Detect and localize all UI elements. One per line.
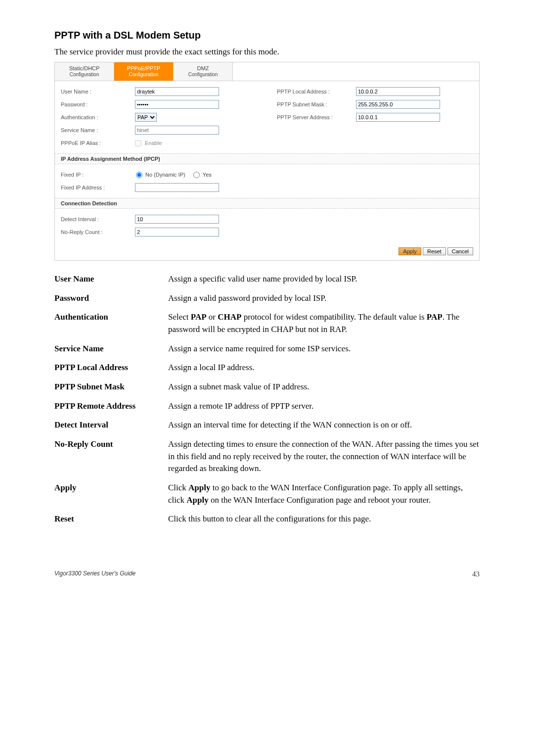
detect-interval-label: Detect Interval : xyxy=(61,216,135,222)
tab-label-line1: PPPoE/PPTP xyxy=(119,65,168,72)
fixed-ip-label: Fixed IP : xyxy=(61,172,135,178)
def-term: PPTP Local Address xyxy=(54,362,168,374)
section-title: PPTP with a DSL Modem Setup xyxy=(54,30,480,41)
def-term: No-Reply Count xyxy=(54,438,168,475)
reset-button[interactable]: Reset xyxy=(423,247,446,255)
def-term: PPTP Subnet Mask xyxy=(54,381,168,393)
user-name-input[interactable] xyxy=(135,87,219,96)
service-input[interactable] xyxy=(135,126,219,135)
noreply-input[interactable] xyxy=(135,228,219,236)
def-desc: Assign an interval time for detecting if… xyxy=(168,419,480,431)
auth-select[interactable]: PAP xyxy=(135,113,157,122)
def-desc: Assign a local IP address. xyxy=(168,362,480,374)
apply-button[interactable]: Apply xyxy=(399,247,421,255)
intro-text: The service provider must provide the ex… xyxy=(54,47,480,57)
def-term: Service Name xyxy=(54,343,168,355)
tab-dmz[interactable]: DMZ Configuration xyxy=(174,62,233,81)
cancel-button[interactable]: Cancel xyxy=(447,247,473,255)
fixed-ip-yes-radio[interactable] xyxy=(193,172,200,178)
pptp-server-input[interactable] xyxy=(356,113,440,122)
def-term: PPTP Remote Address xyxy=(54,400,168,413)
def-term: Detect Interval xyxy=(54,419,168,431)
password-input[interactable] xyxy=(135,100,219,109)
detect-interval-input[interactable] xyxy=(135,215,219,224)
def-term: User Name xyxy=(54,273,168,285)
alias-label: PPPoE IP Alias : xyxy=(61,140,135,146)
radio-yes-label: Yes xyxy=(203,172,212,178)
pptp-local-label: PPTP Local Address : xyxy=(277,89,356,94)
def-desc: Assign a valid password provided by loca… xyxy=(168,292,480,305)
def-desc: Click this button to clear all the confi… xyxy=(168,513,480,525)
noreply-label: No-Reply Count : xyxy=(61,229,135,235)
auth-label: Authentication : xyxy=(61,114,135,120)
tab-label-line2: Configuration xyxy=(178,72,227,78)
def-desc: Assign a subnet mask value of IP address… xyxy=(168,381,480,393)
def-term: Apply xyxy=(54,482,168,506)
conn-detection-header: Connection Detection xyxy=(55,198,479,209)
tab-pppoe-pptp[interactable]: PPPoE/PPTP Configuration xyxy=(114,62,174,81)
alias-checkbox-label: Enable xyxy=(145,140,162,146)
pptp-subnet-input[interactable] xyxy=(356,100,440,109)
def-desc: Assign detecting times to ensure the con… xyxy=(168,438,480,475)
config-screenshot: Static/DHCP Configuration PPPoE/PPTP Con… xyxy=(54,62,480,261)
user-name-label: User Name : xyxy=(61,89,135,94)
footer-guide: Vigor3300 Series User's Guide xyxy=(54,570,135,578)
tab-label-line2: Configuration xyxy=(119,72,168,78)
pptp-subnet-label: PPTP Subnet Mask : xyxy=(277,101,356,107)
tab-label-line2: Configuration xyxy=(60,72,109,78)
pptp-local-input[interactable] xyxy=(356,87,440,96)
fixed-addr-label: Fixed IP Address : xyxy=(61,185,135,190)
def-desc: Assign a specific valid user name provid… xyxy=(168,273,480,285)
radio-no-label: No (Dynamic IP) xyxy=(145,172,185,178)
def-term: Password xyxy=(54,292,168,305)
tab-label-line1: DMZ xyxy=(178,65,227,72)
fixed-addr-input[interactable] xyxy=(135,183,219,192)
alias-checkbox[interactable] xyxy=(135,140,141,146)
footer-page-number: 43 xyxy=(472,570,480,578)
service-label: Service Name : xyxy=(61,127,135,133)
def-term: Authentication xyxy=(54,311,168,335)
page-footer: Vigor3300 Series User's Guide 43 xyxy=(54,570,480,578)
ipcp-header: IP Address Assignment Method (IPCP) xyxy=(55,153,479,164)
def-desc: Click Apply to go back to the WAN Interf… xyxy=(168,482,480,506)
password-label: Password : xyxy=(61,101,135,107)
fixed-ip-no-radio[interactable] xyxy=(136,172,142,178)
tab-static-dhcp[interactable]: Static/DHCP Configuration xyxy=(55,62,114,81)
def-desc: Assign a service name required for some … xyxy=(168,343,480,355)
def-desc: Assign a remote IP address of PPTP serve… xyxy=(168,400,480,413)
definitions-list: User NameAssign a specific valid user na… xyxy=(54,273,480,525)
def-term: Reset xyxy=(54,513,168,525)
def-desc: Select PAP or CHAP protocol for widest c… xyxy=(168,311,480,335)
tab-label-line1: Static/DHCP xyxy=(60,65,109,72)
pptp-server-label: PPTP Server Address : xyxy=(277,114,356,120)
tabs-row: Static/DHCP Configuration PPPoE/PPTP Con… xyxy=(55,62,479,81)
